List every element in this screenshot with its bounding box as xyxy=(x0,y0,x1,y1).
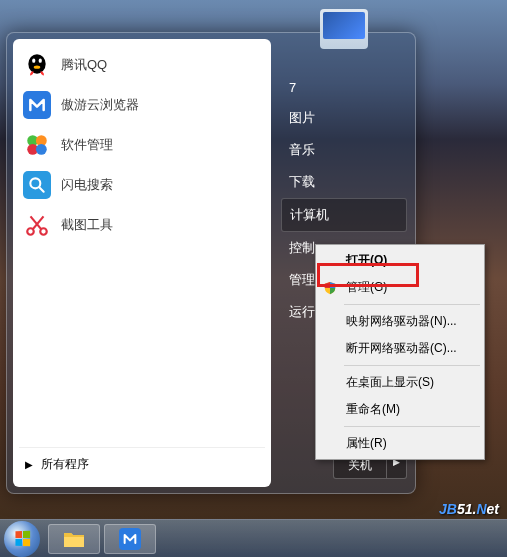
pinned-apps-list: 腾讯QQ 傲游云浏览器 软件管理 闪电搜索 xyxy=(19,45,265,447)
svg-point-2 xyxy=(32,59,35,63)
svg-line-10 xyxy=(40,188,44,192)
right-item-music[interactable]: 音乐 xyxy=(281,134,407,166)
monitor-icon xyxy=(320,9,368,49)
context-menu: 打开(O) 管理(G) 映射网络驱动器(N)... 断开网络驱动器(C)... … xyxy=(315,244,485,460)
arrow-right-icon: ▶ xyxy=(25,459,33,470)
app-label: 腾讯QQ xyxy=(61,56,107,74)
ctx-show-on-desktop[interactable]: 在桌面上显示(S) xyxy=(318,369,482,396)
svg-line-13 xyxy=(33,216,44,229)
right-item-pictures[interactable]: 图片 xyxy=(281,102,407,134)
right-item-downloads[interactable]: 下载 xyxy=(281,166,407,198)
ctx-disconnect-drive[interactable]: 断开网络驱动器(C)... xyxy=(318,335,482,362)
app-item-software-manage[interactable]: 软件管理 xyxy=(19,125,265,165)
app-item-lightning-search[interactable]: 闪电搜索 xyxy=(19,165,265,205)
taskbar-item-explorer[interactable] xyxy=(48,524,100,554)
svg-point-3 xyxy=(39,59,42,63)
app-label: 傲游云浏览器 xyxy=(61,96,139,114)
watermark: JB51.Net xyxy=(439,501,499,517)
ctx-rename[interactable]: 重命名(M) xyxy=(318,396,482,423)
maxthon-icon xyxy=(119,528,141,550)
start-menu-left-panel: 腾讯QQ 傲游云浏览器 软件管理 闪电搜索 xyxy=(13,39,271,487)
svg-point-4 xyxy=(34,66,41,69)
start-button[interactable] xyxy=(4,521,40,557)
colorball-icon xyxy=(23,131,51,159)
app-label: 截图工具 xyxy=(61,216,113,234)
shield-icon xyxy=(323,281,337,295)
windows-logo-icon xyxy=(15,531,30,547)
qq-icon xyxy=(23,51,51,79)
app-label: 软件管理 xyxy=(61,136,113,154)
ctx-separator xyxy=(344,365,480,366)
taskbar xyxy=(0,519,507,557)
all-programs-label: 所有程序 xyxy=(41,456,89,473)
taskbar-item-maxthon[interactable] xyxy=(104,524,156,554)
ctx-properties[interactable]: 属性(R) xyxy=(318,430,482,457)
ctx-separator xyxy=(344,426,480,427)
ctx-open[interactable]: 打开(O) xyxy=(318,247,482,274)
ctx-manage[interactable]: 管理(G) xyxy=(318,274,482,301)
app-item-qq[interactable]: 腾讯QQ xyxy=(19,45,265,85)
ctx-separator xyxy=(344,304,480,305)
right-item-computer[interactable]: 计算机 xyxy=(281,198,407,232)
svg-point-8 xyxy=(36,144,47,155)
scissors-icon xyxy=(23,211,51,239)
right-item-user[interactable]: 7 xyxy=(281,73,407,102)
search-icon xyxy=(23,171,51,199)
all-programs-button[interactable]: ▶ 所有程序 xyxy=(19,447,265,481)
user-picture-frame[interactable] xyxy=(320,9,368,57)
maxthon-icon xyxy=(23,91,51,119)
svg-line-14 xyxy=(31,216,42,229)
app-label: 闪电搜索 xyxy=(61,176,113,194)
app-item-maxthon[interactable]: 傲游云浏览器 xyxy=(19,85,265,125)
ctx-map-drive[interactable]: 映射网络驱动器(N)... xyxy=(318,308,482,335)
app-item-snipping-tool[interactable]: 截图工具 xyxy=(19,205,265,245)
folder-icon xyxy=(62,529,86,549)
